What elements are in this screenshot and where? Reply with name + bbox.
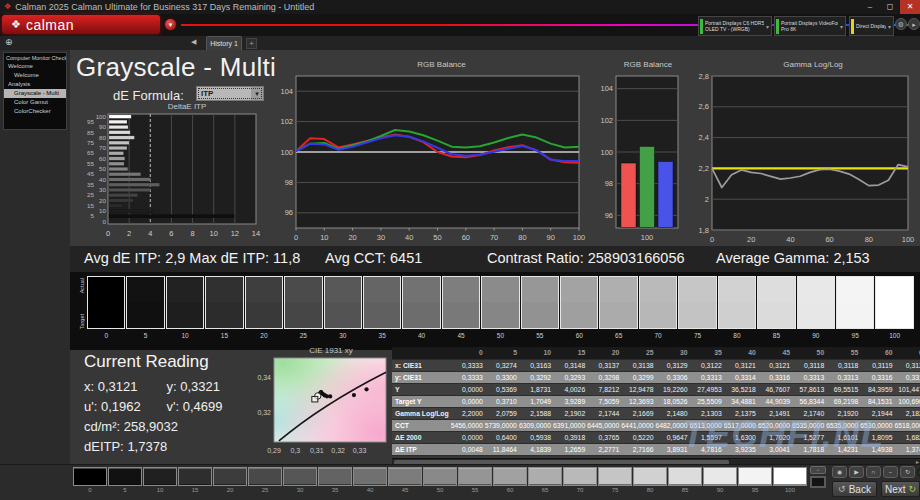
window-title: Calman 2025 Calman Ultimate for Business… (15, 2, 314, 12)
gamma-chart[interactable]: Gamma Log/Log 1,822,22,42,62,80204060801… (690, 60, 918, 254)
next-button[interactable]: Next ↻ (881, 481, 920, 497)
svg-text:40: 40 (786, 235, 794, 244)
stop-button[interactable]: − (883, 466, 898, 478)
svg-text:6: 6 (169, 229, 173, 238)
pattern-button-35[interactable]: 35 (318, 467, 352, 493)
reading-u: u': 0,1962 (84, 397, 167, 417)
pause-button[interactable]: ∩ (866, 466, 881, 478)
sidebar-item-welcome[interactable]: Welcome (4, 71, 66, 80)
pattern-window-controls: ▫ (810, 466, 828, 488)
tab-history-1[interactable]: History 1 (206, 36, 242, 50)
gear-icon[interactable]: ⚙ (895, 18, 907, 30)
rgb-balance-line-chart[interactable]: RGB Balance 9698100102104010203040506070… (272, 60, 587, 254)
play-button[interactable]: ▶ (849, 466, 864, 478)
table-row: y: CIE310,33330,33000,32920,32930,32980,… (392, 371, 920, 383)
collapse-sidebar-icon[interactable]: ◀ (191, 38, 196, 46)
display-control-button[interactable]: Direct Display Control ▾ (849, 16, 894, 36)
rgb-line-chart-plot: 96981001021040102030405060708090100 (272, 70, 587, 250)
read-continuous-button[interactable]: ◉ (832, 466, 847, 478)
workflow-tree: WelcomeWelcomeAnalysisGrayscale - MultiC… (4, 62, 66, 116)
pattern-button-65[interactable]: 65 (528, 467, 562, 493)
rgb-balance-bar-chart[interactable]: RGB Balance 9698100102104100 (594, 60, 684, 254)
svg-text:0,3: 0,3 (291, 447, 301, 454)
avg-cct-stat: Avg CCT: 6451 (325, 250, 422, 266)
pattern-button-95[interactable]: 95 (738, 467, 772, 493)
svg-text:80: 80 (99, 134, 106, 141)
add-tab-button[interactable]: + (246, 38, 257, 49)
pattern-button-60[interactable]: 60 (493, 467, 527, 493)
cie-chart[interactable]: CIE 1931 xy 0,290,30,310,320,330,320,34 (250, 346, 390, 460)
pattern-button-80[interactable]: 80 (633, 467, 667, 493)
source-device-button[interactable]: Portrait Displays VideoForge Pro 8K ▾ (774, 16, 846, 36)
custom-pattern-button[interactable] (810, 476, 826, 488)
pattern-button-0[interactable]: 0 (73, 467, 107, 493)
pattern-button-15[interactable]: 15 (178, 467, 212, 493)
grayscale-patch-45: 45 (442, 276, 480, 339)
grayscale-patch-85: 85 (757, 276, 795, 339)
grayscale-patch-80: 80 (718, 276, 756, 339)
workflow-title: Computer Monitor Check 1.1... (4, 53, 66, 62)
pattern-button-40[interactable]: 40 (353, 467, 387, 493)
pattern-button-20[interactable]: 20 (213, 467, 247, 493)
pattern-button-55[interactable]: 55 (458, 467, 492, 493)
svg-text:90: 90 (99, 123, 106, 130)
svg-text:100: 100 (641, 233, 654, 242)
contrast-ratio-stat: Contrast Ratio: 258903166056 (487, 250, 685, 266)
sidebar-item-colorchecker[interactable]: ColorChecker (4, 107, 66, 116)
pattern-button-10[interactable]: 10 (143, 467, 177, 493)
expand-icon[interactable]: ⊕ (5, 37, 13, 47)
display-control-line1: Direct Display Control (856, 23, 886, 29)
calman-logo-label: calman (26, 17, 74, 33)
svg-text:2,4: 2,4 (699, 133, 709, 142)
svg-text:50: 50 (99, 165, 106, 172)
back-button[interactable]: ↺ Back (832, 481, 877, 497)
grayscale-patch-95: 95 (836, 276, 874, 339)
calman-diamond-icon: ❖ (11, 18, 21, 31)
rgb-line-chart-title: RGB Balance (272, 60, 587, 70)
svg-text:80: 80 (518, 233, 526, 242)
main-menu-button[interactable]: ▾ (164, 18, 177, 31)
pattern-button-50[interactable]: 50 (423, 467, 457, 493)
arrow-right-icon[interactable]: ▸ (908, 18, 920, 30)
grayscale-patch-5: 5 (126, 276, 164, 339)
pattern-button-70[interactable]: 70 (563, 467, 597, 493)
svg-text:80: 80 (865, 235, 873, 244)
grayscale-patch-70: 70 (639, 276, 677, 339)
pattern-button-75[interactable]: 75 (598, 467, 632, 493)
calman-logo[interactable]: ❖ calman (2, 15, 160, 34)
deltae-itp-chart[interactable]: DeltaE ITP 02468101214100959085807570656… (74, 102, 266, 246)
pattern-button-30[interactable]: 30 (283, 467, 317, 493)
measure-controls: ◉▶∩−↻ (832, 466, 920, 478)
reading-v: v': 0,4699 (167, 397, 250, 417)
pattern-button-85[interactable]: 85 (668, 467, 702, 493)
grayscale-patch-100: 100 (875, 276, 913, 339)
meter-device-button[interactable]: Portrait Displays C6 HDR5000 OLED TV - (… (698, 16, 772, 36)
svg-text:102: 102 (600, 116, 613, 125)
svg-text:102: 102 (280, 117, 293, 126)
pattern-button-5[interactable]: 5 (108, 467, 142, 493)
gamma-chart-plot: 1,822,22,42,62,8020406080100 (690, 70, 918, 250)
sidebar-item-welcome[interactable]: Welcome (4, 62, 66, 71)
close-icon[interactable]: ✕ (900, 0, 920, 14)
reading-luminance: cd/m²: 258,9032 (84, 417, 249, 437)
sidebar-item-color-gamut[interactable]: Color Gamut (4, 98, 66, 107)
de-formula-dropdown[interactable]: ITP ▾ (196, 86, 264, 101)
maximize-icon[interactable]: ◻ (880, 0, 900, 14)
pattern-button-25[interactable]: 25 (248, 467, 282, 493)
svg-text:4: 4 (148, 229, 152, 238)
table-row: Gamma Log/Log2,20002,07592,15882,19022,1… (392, 407, 920, 419)
svg-text:45: 45 (87, 170, 94, 177)
svg-text:0,33: 0,33 (353, 447, 367, 454)
pattern-button-90[interactable]: 90 (703, 467, 737, 493)
svg-text:75: 75 (87, 139, 94, 146)
loop-button[interactable]: ↻ (900, 466, 915, 478)
sidebar-item-grayscale-multi[interactable]: Grayscale - Multi (4, 89, 66, 98)
pattern-button-45[interactable]: 45 (388, 467, 422, 493)
svg-text:100: 100 (600, 148, 613, 157)
minimize-icon[interactable]: – (860, 0, 880, 14)
sidebar-item-analysis[interactable]: Analysis (4, 80, 66, 89)
pattern-button-100[interactable]: 100 (773, 467, 807, 493)
pattern-buttons: 0510152025303540455055606570758085909510… (73, 467, 807, 493)
grayscale-patch-10: 10 (166, 276, 204, 339)
pattern-window-icon[interactable]: ▫ (810, 466, 826, 474)
